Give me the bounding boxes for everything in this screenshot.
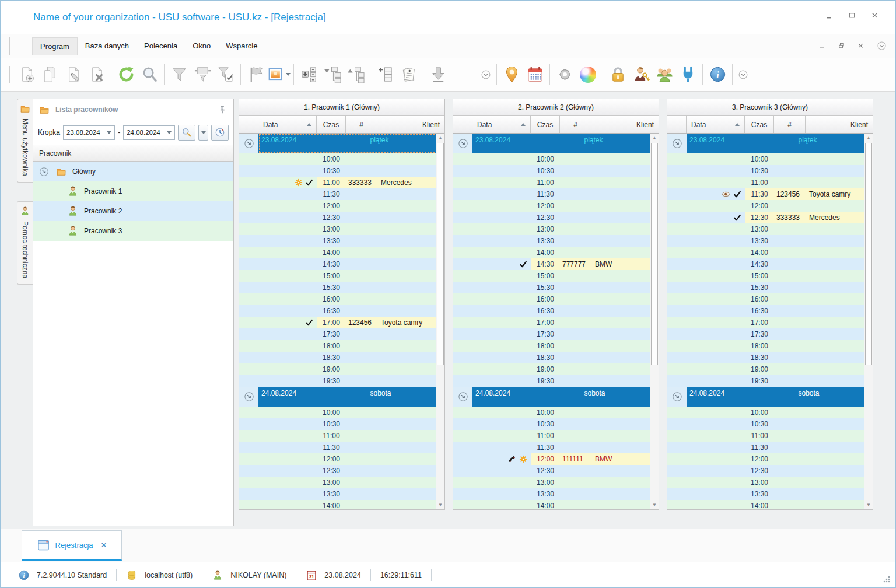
info-button[interactable]: i bbox=[706, 62, 729, 88]
scroll-down-icon[interactable]: ▼ bbox=[650, 501, 659, 509]
filter-check-button[interactable] bbox=[214, 62, 237, 88]
schedule-row[interactable]: 17:30 bbox=[667, 328, 864, 340]
schedule-row[interactable]: 15:00 bbox=[239, 270, 436, 282]
schedule-row[interactable]: 12:00 bbox=[667, 200, 864, 212]
header-data[interactable]: Data bbox=[687, 116, 745, 133]
schedule-row[interactable]: 19:30 bbox=[453, 375, 650, 387]
minimize-icon[interactable] bbox=[818, 42, 826, 50]
schedule-row[interactable]: 12:00 bbox=[239, 200, 436, 212]
schedule-row[interactable]: 12:00111111BMW bbox=[453, 453, 650, 465]
scroll-track[interactable] bbox=[650, 142, 659, 501]
doc-delete-button[interactable] bbox=[85, 62, 108, 88]
date-banner[interactable]: 23.08.2024piątek bbox=[473, 134, 650, 153]
schedule-row[interactable]: 12:30 bbox=[667, 465, 864, 477]
doc-edit-button[interactable] bbox=[61, 62, 85, 88]
schedule-row[interactable]: 10:00 bbox=[667, 407, 864, 418]
schedule-row[interactable]: 15:00 bbox=[667, 270, 864, 282]
scroll-track[interactable] bbox=[864, 142, 873, 501]
schedule-row[interactable]: 13:30 bbox=[667, 488, 864, 500]
date-banner-row[interactable]: 23.08.2024piątek bbox=[239, 134, 436, 153]
schedule-row[interactable]: 19:00 bbox=[667, 363, 864, 375]
menu-item-okno[interactable]: Okno bbox=[185, 37, 218, 55]
schedule-row[interactable]: 18:30 bbox=[667, 352, 864, 363]
schedule-row[interactable]: 17:00123456Toyota camry bbox=[239, 317, 436, 328]
header-data[interactable]: Data bbox=[258, 116, 317, 133]
schedule-row[interactable]: 19:30 bbox=[239, 375, 436, 387]
gear-button[interactable] bbox=[553, 62, 576, 88]
doc-new-button[interactable] bbox=[15, 62, 38, 88]
scroll-thumb[interactable] bbox=[651, 143, 658, 365]
scroll-up-icon[interactable]: ▲ bbox=[650, 134, 659, 142]
header-klient[interactable]: Klient bbox=[806, 116, 873, 133]
schedule-row[interactable]: 13:00 bbox=[453, 223, 650, 235]
schedule-row[interactable]: 14:30777777BMW bbox=[453, 258, 650, 270]
schedule-row[interactable]: 11:00 bbox=[453, 177, 650, 188]
side-tab-2[interactable]: Pomoc techniczna bbox=[17, 201, 33, 285]
schedule-row[interactable]: 16:00 bbox=[667, 293, 864, 305]
schedule-row[interactable]: 11:30 bbox=[453, 188, 650, 200]
schedule-row[interactable]: 15:30 bbox=[667, 282, 864, 293]
scroll-up-icon[interactable]: ▲ bbox=[864, 134, 873, 142]
download-button[interactable] bbox=[426, 62, 450, 88]
schedule-row[interactable]: 13:30 bbox=[667, 235, 864, 247]
schedule-row[interactable]: 18:00 bbox=[453, 340, 650, 352]
header-czas[interactable]: Czas bbox=[745, 116, 774, 133]
maximize-icon[interactable] bbox=[848, 11, 856, 20]
date-banner[interactable]: 24.08.2024sobota bbox=[258, 387, 436, 407]
schedule-row[interactable]: 11:30123456Toyota camry bbox=[667, 188, 864, 200]
menu-item-baza-danych[interactable]: Baza danych bbox=[78, 37, 136, 55]
menu-item-wsparcie[interactable]: Wsparcie bbox=[218, 37, 265, 55]
schedule-row[interactable]: 11:00 bbox=[667, 177, 864, 188]
schedule-row[interactable]: 12:30 bbox=[239, 465, 436, 477]
chevron-down-icon[interactable] bbox=[104, 131, 114, 134]
chevron-down-icon[interactable] bbox=[164, 131, 174, 134]
search-options-button[interactable] bbox=[198, 125, 208, 141]
schedule-row[interactable]: 10:30 bbox=[667, 418, 864, 430]
menu-item-program[interactable]: Program bbox=[32, 37, 78, 55]
schedule-row[interactable]: 13:30 bbox=[239, 235, 436, 247]
schedule-row[interactable]: 14:00 bbox=[667, 247, 864, 258]
scroll-thumb[interactable] bbox=[865, 143, 872, 365]
schedule-row[interactable]: 18:30 bbox=[239, 352, 436, 363]
date-from-combo[interactable]: 23.08.2024 bbox=[63, 125, 115, 140]
search-button[interactable] bbox=[138, 62, 161, 88]
schedule-row[interactable]: 12:30 bbox=[239, 212, 436, 223]
vertical-scrollbar[interactable]: ▲▼ bbox=[650, 134, 659, 509]
header-czas[interactable]: Czas bbox=[317, 116, 346, 133]
schedule-row[interactable]: 17:00 bbox=[667, 317, 864, 328]
header-num[interactable]: # bbox=[560, 116, 592, 133]
header-data[interactable]: Data bbox=[473, 116, 531, 133]
schedule-row[interactable]: 15:30 bbox=[239, 282, 436, 293]
schedule-row[interactable]: 13:00 bbox=[667, 477, 864, 488]
location-button[interactable] bbox=[500, 62, 523, 88]
schedule-row[interactable]: 11:00 bbox=[239, 430, 436, 442]
scroll-track[interactable] bbox=[436, 142, 444, 501]
restore-icon[interactable] bbox=[838, 42, 845, 50]
schedule-row[interactable]: 12:00 bbox=[667, 453, 864, 465]
colors-button[interactable] bbox=[576, 62, 600, 88]
filter-panel-button[interactable] bbox=[191, 62, 214, 88]
tree-expand-button[interactable] bbox=[344, 62, 367, 88]
schedule-row[interactable]: 14:00 bbox=[239, 247, 436, 258]
schedule-row[interactable]: 14:00 bbox=[453, 500, 650, 509]
schedule-row[interactable]: 19:00 bbox=[239, 363, 436, 375]
schedule-row[interactable]: 11:30 bbox=[667, 442, 864, 453]
scroll-down-icon[interactable]: ▼ bbox=[864, 501, 873, 509]
clock-button[interactable] bbox=[211, 125, 229, 141]
schedule-row[interactable]: 10:30 bbox=[239, 418, 436, 430]
schedule-row[interactable]: 12:00 bbox=[239, 453, 436, 465]
schedule-row[interactable]: 10:00 bbox=[239, 407, 436, 418]
schedule-row[interactable]: 13:00 bbox=[239, 223, 436, 235]
schedule-row[interactable]: 18:30 bbox=[453, 352, 650, 363]
date-to-combo[interactable]: 24.08.2024 bbox=[123, 125, 175, 140]
date-banner-row[interactable]: 24.08.2024sobota bbox=[239, 387, 436, 407]
schedule-row[interactable]: 14:00 bbox=[239, 500, 436, 509]
schedule-row[interactable]: 14:00 bbox=[667, 500, 864, 509]
tree-column-header[interactable]: Pracownik bbox=[33, 145, 233, 162]
close-icon[interactable] bbox=[857, 42, 864, 50]
drag-handle[interactable] bbox=[8, 66, 10, 83]
filter-button[interactable] bbox=[167, 62, 191, 88]
minimize-icon[interactable] bbox=[825, 11, 834, 20]
schedule-row[interactable]: 11:30 bbox=[453, 442, 650, 453]
date-banner-row[interactable]: 23.08.2024piątek bbox=[453, 134, 650, 153]
